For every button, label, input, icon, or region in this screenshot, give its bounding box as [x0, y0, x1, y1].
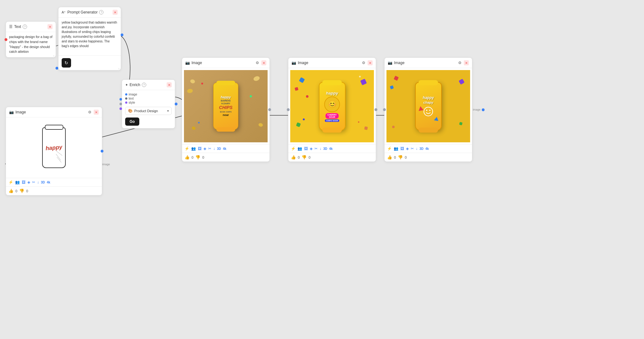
- image2-cut-icon[interactable]: ✂: [314, 146, 318, 151]
- image-2-content: ★ ★ happy 😊 CHERRYSOUR CHIPO SOUR: [288, 68, 376, 144]
- go-button[interactable]: Go: [125, 118, 139, 126]
- text-node: ☰ Text ? ✕ packaging design for a bag of…: [6, 21, 56, 57]
- image1-4k-label[interactable]: 4k: [223, 147, 226, 150]
- image-sketch-delete-button[interactable]: ✕: [94, 110, 99, 115]
- tag-text-label: text: [129, 97, 134, 100]
- conf3-5: [459, 122, 463, 125]
- triangle-1: [418, 106, 423, 111]
- image2-upscale-icon[interactable]: 👥: [297, 146, 302, 151]
- image1-upscale-icon[interactable]: 👥: [191, 146, 196, 151]
- smiley-sun: 😊: [324, 96, 340, 112]
- image3-enhance-icon[interactable]: ⚡: [387, 146, 392, 151]
- image1-cut-icon[interactable]: ✂: [208, 146, 211, 151]
- thumbs-up-icon[interactable]: 👍: [8, 189, 14, 193]
- image2-download-icon[interactable]: ↓: [319, 146, 321, 151]
- variations-icon[interactable]: ◈: [27, 180, 30, 184]
- image-1-title: Image: [192, 61, 202, 65]
- prompt-right-conn-dot[interactable]: [121, 34, 124, 36]
- triangle-2: [434, 116, 439, 121]
- image-3-settings-icon[interactable]: ⚙: [457, 60, 462, 65]
- image-sketch-header: 📷 Image ⚙ ✕: [6, 107, 102, 118]
- resize-handle[interactable]: ⌟: [53, 53, 54, 57]
- image2-input-dot[interactable]: [287, 108, 290, 111]
- conf-blue-1: [299, 77, 305, 83]
- image-3-delete-button[interactable]: ✕: [464, 60, 469, 65]
- bag-bottom: [216, 127, 235, 132]
- image-1-delete-button[interactable]: ✕: [261, 60, 266, 65]
- cherry-text: CHERRYSOUR: [327, 114, 336, 118]
- image3-variations-icon[interactable]: ◈: [406, 146, 409, 151]
- enrich-image-conn[interactable]: [119, 98, 122, 101]
- enrich-help-icon[interactable]: ?: [142, 83, 146, 87]
- image3-edit-icon[interactable]: 🖼: [400, 146, 404, 151]
- image-1-header: 📷 Image ⚙ ✕: [182, 58, 269, 68]
- 3d-label[interactable]: 3D: [41, 181, 45, 184]
- image1-enhance-icon[interactable]: ⚡: [185, 146, 189, 151]
- image2-likes: 0: [298, 156, 300, 159]
- image3-download-icon[interactable]: ↓: [416, 146, 418, 151]
- prompt-help-icon[interactable]: ?: [99, 10, 103, 14]
- enrich-text-conn[interactable]: [119, 103, 122, 105]
- image3-output-dot[interactable]: [482, 108, 485, 111]
- image2-edit-icon[interactable]: 🖼: [304, 146, 308, 151]
- bag-detail: BASK CHIPSnoar: [220, 111, 231, 117]
- image3-input: [383, 108, 386, 111]
- image3-cut-icon[interactable]: ✂: [411, 146, 414, 151]
- enrich-style-conn[interactable]: [119, 107, 122, 110]
- image2-output-dot[interactable]: [375, 108, 377, 111]
- enrich-delete-button[interactable]: ✕: [167, 82, 172, 87]
- prompt-resize-handle[interactable]: ⌟: [118, 66, 119, 69]
- conf-dot-2: [303, 118, 305, 120]
- image-sketch-content: happy: [6, 118, 102, 178]
- upscale-icon[interactable]: 👥: [15, 180, 20, 184]
- image-3-action-bar: ⚡ 👥 🖼 ◈ ✂ ↓ 3D 4k: [385, 144, 472, 153]
- image-sketch-settings-icon[interactable]: ⚙: [87, 110, 92, 115]
- refresh-button[interactable]: ↻: [62, 58, 71, 68]
- star-2: ★: [358, 121, 360, 123]
- chip-4: [253, 75, 260, 82]
- style-dropdown[interactable]: 🎨 Product Design ▾: [125, 107, 172, 115]
- image3-3d-label[interactable]: 3D: [419, 147, 424, 150]
- image1-download-icon[interactable]: ↓: [213, 146, 215, 151]
- image1-thumbs-up[interactable]: 👍: [185, 155, 190, 160]
- prompt-node-title: Prompt Generator: [67, 10, 97, 14]
- text-node-header: ☰ Text ? ✕: [6, 22, 56, 32]
- text-delete-button[interactable]: ✕: [47, 24, 53, 29]
- style-dropdown-icon: 🎨: [128, 109, 133, 113]
- image-node-sketch: 📷 Image ⚙ ✕ happy ⚡ 👥 🖼 ◈ ✂ ↓ 3D: [6, 107, 102, 195]
- image1-edit-icon[interactable]: 🖼: [198, 146, 202, 151]
- 4k-label[interactable]: 4k: [47, 181, 50, 184]
- image2-variations-icon[interactable]: ◈: [310, 146, 313, 151]
- image-1-settings-icon[interactable]: ⚙: [255, 60, 260, 65]
- sketch-conn-dot-container: [101, 150, 103, 153]
- edit-icon[interactable]: 🖼: [22, 180, 25, 184]
- image2-4k-label[interactable]: 4k: [329, 147, 333, 150]
- text-help-icon[interactable]: ?: [23, 25, 27, 29]
- image3-input-dot[interactable]: [383, 108, 386, 111]
- left-conn-dot[interactable]: [5, 38, 8, 41]
- image3-thumbs-down[interactable]: 👎: [398, 155, 403, 160]
- thumbs-down-icon[interactable]: 👎: [19, 189, 24, 193]
- image2-enhance-icon[interactable]: ⚡: [291, 146, 296, 151]
- image3-thumbs-up[interactable]: 👍: [387, 155, 392, 160]
- image-sketch-title: Image: [15, 110, 26, 114]
- enrich-right-conn[interactable]: [175, 103, 178, 106]
- text-icon: ☰: [9, 25, 13, 29]
- image3-upscale-icon[interactable]: 👥: [394, 146, 398, 151]
- prompt-delete-button[interactable]: ✕: [113, 10, 118, 15]
- image1-3d-label[interactable]: 3D: [217, 147, 221, 150]
- image3-4k-label[interactable]: 4k: [425, 147, 429, 150]
- download-icon[interactable]: ↓: [37, 180, 39, 184]
- image1-variations-icon[interactable]: ◈: [203, 146, 206, 151]
- sketch-output-conn[interactable]: [101, 150, 103, 153]
- image-2-delete-button[interactable]: ✕: [368, 60, 373, 65]
- image2-3d-label[interactable]: 3D: [323, 147, 327, 150]
- cut-icon[interactable]: ✂: [32, 180, 35, 184]
- image-2-settings-icon[interactable]: ⚙: [361, 60, 366, 65]
- likes-count: 0: [15, 189, 17, 193]
- enhance-icon[interactable]: ⚡: [8, 180, 13, 184]
- image2-thumbs-down[interactable]: 👎: [302, 155, 307, 160]
- image1-thumbs-down[interactable]: 👎: [195, 155, 200, 160]
- image1-output-dot[interactable]: [268, 108, 271, 111]
- image2-thumbs-up[interactable]: 👍: [291, 155, 296, 160]
